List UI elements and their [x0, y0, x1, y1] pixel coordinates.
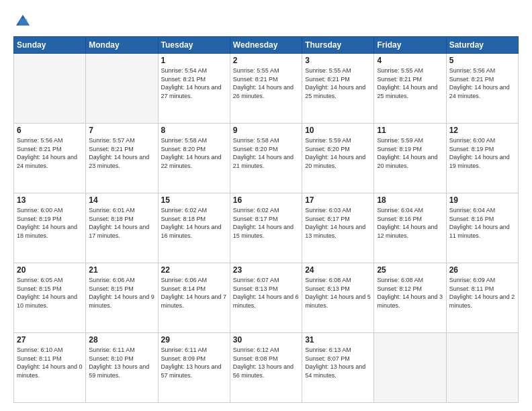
day-info: Sunrise: 6:00 AM Sunset: 8:19 PM Dayligh…: [449, 136, 515, 170]
calendar-cell: 6Sunrise: 5:56 AM Sunset: 8:21 PM Daylig…: [14, 124, 86, 193]
day-number: 20: [17, 265, 83, 275]
calendar-cell: [14, 54, 86, 124]
calendar-cell: 25Sunrise: 6:08 AM Sunset: 8:12 PM Dayli…: [374, 263, 446, 333]
weekday-header-tuesday: Tuesday: [158, 37, 230, 54]
week-row-1: 6Sunrise: 5:56 AM Sunset: 8:21 PM Daylig…: [14, 124, 519, 193]
day-number: 22: [161, 265, 227, 275]
day-info: Sunrise: 6:06 AM Sunset: 8:15 PM Dayligh…: [89, 276, 154, 310]
calendar-cell: 18Sunrise: 6:04 AM Sunset: 8:16 PM Dayli…: [374, 193, 446, 263]
day-info: Sunrise: 6:04 AM Sunset: 8:16 PM Dayligh…: [449, 206, 515, 240]
day-number: 28: [89, 335, 154, 345]
calendar-cell: 12Sunrise: 6:00 AM Sunset: 8:19 PM Dayli…: [446, 124, 518, 193]
day-info: Sunrise: 6:07 AM Sunset: 8:13 PM Dayligh…: [233, 276, 299, 310]
day-number: 24: [305, 265, 371, 275]
calendar-cell: 14Sunrise: 6:01 AM Sunset: 8:18 PM Dayli…: [86, 193, 158, 263]
weekday-header-saturday: Saturday: [446, 37, 518, 54]
day-info: Sunrise: 5:59 AM Sunset: 8:19 PM Dayligh…: [377, 136, 443, 170]
calendar-cell: 10Sunrise: 5:59 AM Sunset: 8:20 PM Dayli…: [302, 124, 374, 193]
day-info: Sunrise: 5:57 AM Sunset: 8:21 PM Dayligh…: [89, 136, 154, 170]
day-info: Sunrise: 5:55 AM Sunset: 8:21 PM Dayligh…: [377, 66, 443, 100]
calendar-cell: 13Sunrise: 6:00 AM Sunset: 8:19 PM Dayli…: [14, 193, 86, 263]
day-info: Sunrise: 6:00 AM Sunset: 8:19 PM Dayligh…: [17, 206, 83, 240]
day-info: Sunrise: 6:03 AM Sunset: 8:17 PM Dayligh…: [305, 206, 371, 240]
calendar-cell: 19Sunrise: 6:04 AM Sunset: 8:16 PM Dayli…: [446, 193, 518, 263]
week-row-3: 20Sunrise: 6:05 AM Sunset: 8:15 PM Dayli…: [14, 263, 519, 333]
day-info: Sunrise: 6:08 AM Sunset: 8:12 PM Dayligh…: [377, 276, 443, 310]
weekday-header-wednesday: Wednesday: [230, 37, 302, 54]
day-info: Sunrise: 6:02 AM Sunset: 8:17 PM Dayligh…: [233, 206, 299, 240]
day-number: 15: [161, 195, 227, 205]
calendar-cell: 29Sunrise: 6:11 AM Sunset: 8:09 PM Dayli…: [158, 333, 230, 403]
week-row-0: 1Sunrise: 5:54 AM Sunset: 8:21 PM Daylig…: [14, 54, 519, 124]
day-info: Sunrise: 6:09 AM Sunset: 8:11 PM Dayligh…: [449, 276, 515, 310]
week-row-2: 13Sunrise: 6:00 AM Sunset: 8:19 PM Dayli…: [14, 193, 519, 263]
day-info: Sunrise: 6:01 AM Sunset: 8:18 PM Dayligh…: [89, 206, 154, 240]
day-info: Sunrise: 5:58 AM Sunset: 8:20 PM Dayligh…: [233, 136, 299, 170]
day-number: 14: [89, 195, 154, 205]
calendar-cell: 23Sunrise: 6:07 AM Sunset: 8:13 PM Dayli…: [230, 263, 302, 333]
day-info: Sunrise: 5:56 AM Sunset: 8:21 PM Dayligh…: [17, 136, 83, 170]
day-number: 21: [89, 265, 154, 275]
day-info: Sunrise: 6:11 AM Sunset: 8:10 PM Dayligh…: [89, 346, 154, 379]
calendar-cell: 16Sunrise: 6:02 AM Sunset: 8:17 PM Dayli…: [230, 193, 302, 263]
calendar-cell: 1Sunrise: 5:54 AM Sunset: 8:21 PM Daylig…: [158, 54, 230, 124]
day-info: Sunrise: 6:04 AM Sunset: 8:16 PM Dayligh…: [377, 206, 443, 240]
day-info: Sunrise: 6:06 AM Sunset: 8:14 PM Dayligh…: [161, 276, 227, 310]
day-number: 9: [233, 126, 299, 135]
day-number: 5: [449, 56, 515, 65]
day-number: 26: [449, 265, 515, 275]
calendar-cell: 2Sunrise: 5:55 AM Sunset: 8:21 PM Daylig…: [230, 54, 302, 124]
day-number: 11: [377, 126, 443, 135]
weekday-header-friday: Friday: [374, 37, 446, 54]
calendar-cell: 3Sunrise: 5:55 AM Sunset: 8:21 PM Daylig…: [302, 54, 374, 124]
day-info: Sunrise: 6:12 AM Sunset: 8:08 PM Dayligh…: [233, 346, 299, 379]
day-number: 30: [233, 335, 299, 345]
day-number: 18: [377, 195, 443, 205]
day-info: Sunrise: 6:02 AM Sunset: 8:18 PM Dayligh…: [161, 206, 227, 240]
calendar-cell: [446, 333, 518, 403]
day-number: 8: [161, 126, 227, 135]
day-number: 25: [377, 265, 443, 275]
calendar-cell: 5Sunrise: 5:56 AM Sunset: 8:21 PM Daylig…: [446, 54, 518, 124]
calendar-table: SundayMondayTuesdayWednesdayThursdayFrid…: [13, 36, 519, 403]
page-header: [13, 12, 519, 31]
calendar-cell: 8Sunrise: 5:58 AM Sunset: 8:20 PM Daylig…: [158, 124, 230, 193]
week-row-4: 27Sunrise: 6:10 AM Sunset: 8:11 PM Dayli…: [14, 333, 519, 403]
day-number: 23: [233, 265, 299, 275]
day-info: Sunrise: 6:10 AM Sunset: 8:11 PM Dayligh…: [17, 346, 83, 379]
calendar-cell: 26Sunrise: 6:09 AM Sunset: 8:11 PM Dayli…: [446, 263, 518, 333]
weekday-header-sunday: Sunday: [14, 37, 86, 54]
day-number: 6: [17, 126, 83, 135]
calendar-cell: 31Sunrise: 6:13 AM Sunset: 8:07 PM Dayli…: [302, 333, 374, 403]
day-info: Sunrise: 5:54 AM Sunset: 8:21 PM Dayligh…: [161, 66, 227, 100]
day-number: 27: [17, 335, 83, 345]
day-number: 13: [17, 195, 83, 205]
day-number: 4: [377, 56, 443, 65]
day-info: Sunrise: 5:56 AM Sunset: 8:21 PM Dayligh…: [449, 66, 515, 100]
day-info: Sunrise: 5:55 AM Sunset: 8:21 PM Dayligh…: [233, 66, 299, 100]
day-number: 3: [305, 56, 371, 65]
day-number: 17: [305, 195, 371, 205]
day-number: 2: [233, 56, 299, 65]
calendar-cell: 24Sunrise: 6:08 AM Sunset: 8:13 PM Dayli…: [302, 263, 374, 333]
logo-icon: [13, 12, 32, 31]
day-number: 7: [89, 126, 154, 135]
calendar-cell: 27Sunrise: 6:10 AM Sunset: 8:11 PM Dayli…: [14, 333, 86, 403]
day-number: 1: [161, 56, 227, 65]
calendar-cell: 28Sunrise: 6:11 AM Sunset: 8:10 PM Dayli…: [86, 333, 158, 403]
day-number: 10: [305, 126, 371, 135]
calendar-cell: 17Sunrise: 6:03 AM Sunset: 8:17 PM Dayli…: [302, 193, 374, 263]
calendar-cell: [86, 54, 158, 124]
day-number: 31: [305, 335, 371, 345]
day-info: Sunrise: 6:13 AM Sunset: 8:07 PM Dayligh…: [305, 346, 371, 379]
calendar-cell: 15Sunrise: 6:02 AM Sunset: 8:18 PM Dayli…: [158, 193, 230, 263]
svg-marker-2: [19, 19, 28, 26]
calendar-cell: 7Sunrise: 5:57 AM Sunset: 8:21 PM Daylig…: [86, 124, 158, 193]
calendar-cell: 9Sunrise: 5:58 AM Sunset: 8:20 PM Daylig…: [230, 124, 302, 193]
weekday-header-thursday: Thursday: [302, 37, 374, 54]
day-number: 29: [161, 335, 227, 345]
day-info: Sunrise: 5:58 AM Sunset: 8:20 PM Dayligh…: [161, 136, 227, 170]
calendar-cell: 30Sunrise: 6:12 AM Sunset: 8:08 PM Dayli…: [230, 333, 302, 403]
day-number: 16: [233, 195, 299, 205]
calendar-cell: 21Sunrise: 6:06 AM Sunset: 8:15 PM Dayli…: [86, 263, 158, 333]
